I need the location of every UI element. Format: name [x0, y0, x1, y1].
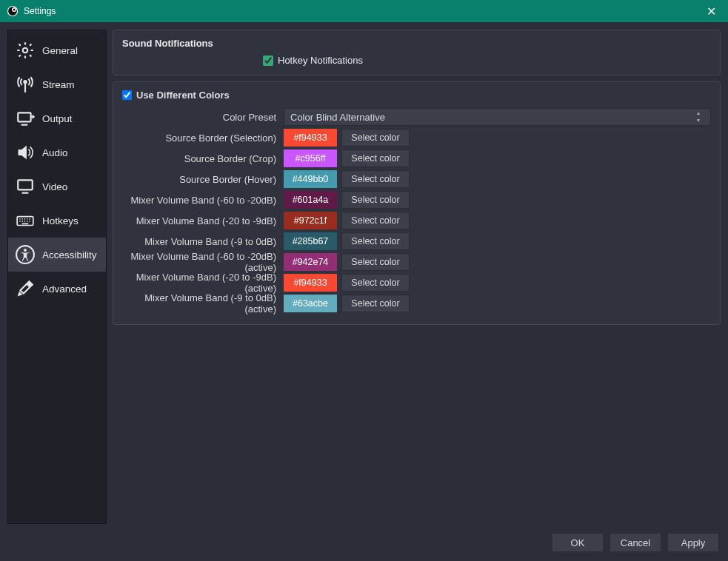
- window-title: Settings: [24, 6, 700, 16]
- color-swatch[interactable]: #942e74: [284, 253, 337, 271]
- sidebar-item-stream[interactable]: Stream: [8, 67, 106, 101]
- sidebar: General Stream Output: [7, 30, 107, 524]
- color-row-label: Mixer Volume Band (-20 to -9dB): [122, 215, 279, 226]
- color-row: Source Border (Selection)#f94933Select c…: [122, 129, 711, 147]
- color-swatch[interactable]: #972c1f: [284, 212, 337, 229]
- color-preset-label: Color Preset: [122, 112, 279, 123]
- svg-point-2: [13, 9, 16, 11]
- app-logo-icon: [6, 4, 19, 18]
- sidebar-item-label: Stream: [42, 79, 75, 90]
- sidebar-item-audio[interactable]: Audio: [8, 135, 106, 169]
- color-row-label: Source Border (Crop): [122, 153, 279, 164]
- color-swatch[interactable]: #f94933: [284, 274, 337, 292]
- color-row: Mixer Volume Band (-20 to -9dB) (active)…: [122, 274, 711, 292]
- select-color-button[interactable]: Select color: [341, 253, 410, 271]
- select-color-button[interactable]: Select color: [341, 274, 410, 292]
- color-row: Mixer Volume Band (-9 to 0dB)#285b67Sele…: [122, 232, 711, 250]
- sidebar-item-advanced[interactable]: Advanced: [8, 272, 106, 306]
- select-color-button[interactable]: Select color: [341, 232, 410, 250]
- color-swatch[interactable]: #f94933: [284, 129, 337, 147]
- sidebar-item-accessibility[interactable]: Accessibility: [8, 238, 106, 272]
- sidebar-item-label: Hotkeys: [42, 215, 79, 226]
- sidebar-item-label: General: [42, 45, 78, 56]
- hotkey-notifications-label: Hotkey Notifications: [278, 55, 363, 66]
- tools-icon: [16, 279, 35, 298]
- sidebar-item-label: Video: [42, 181, 67, 192]
- sidebar-item-hotkeys[interactable]: Hotkeys: [8, 204, 106, 238]
- dialog-footer: OK Cancel Apply: [0, 531, 728, 561]
- color-swatch[interactable]: #c956ff: [284, 150, 337, 167]
- color-row: Mixer Volume Band (-20 to -9dB)#972c1fSe…: [122, 212, 711, 229]
- use-different-colors-header: Use Different Colors: [122, 90, 711, 101]
- sidebar-item-output[interactable]: Output: [8, 101, 106, 135]
- sound-notifications-title: Sound Notifications: [122, 38, 711, 49]
- speaker-icon: [16, 143, 35, 162]
- accessibility-icon: [16, 245, 35, 264]
- use-different-colors-checkbox[interactable]: [122, 90, 132, 100]
- color-swatch[interactable]: #601a4a: [284, 191, 337, 209]
- use-different-colors-label: Use Different Colors: [136, 90, 230, 101]
- color-swatch[interactable]: #63acbe: [284, 295, 337, 312]
- color-row-label: Mixer Volume Band (-9 to 0dB): [122, 236, 279, 247]
- hotkey-notifications-row: Hotkey Notifications: [263, 55, 711, 66]
- color-row: Mixer Volume Band (-9 to 0dB) (active)#6…: [122, 295, 711, 312]
- color-row-label: Mixer Volume Band (-60 to -20dB) (active…: [122, 251, 279, 273]
- color-preset-row: Color Preset Color Blind Alternative ▴▾: [122, 108, 711, 126]
- sidebar-item-general[interactable]: General: [8, 33, 106, 67]
- svg-rect-8: [18, 180, 33, 189]
- svg-point-3: [23, 48, 28, 53]
- sound-notifications-group: Sound Notifications Hotkey Notifications: [113, 30, 721, 75]
- color-row: Mixer Volume Band (-60 to -20dB)#601a4aS…: [122, 191, 711, 209]
- ok-button[interactable]: OK: [552, 533, 604, 552]
- colors-group: Use Different Colors Color Preset Color …: [113, 81, 721, 325]
- window-close-button[interactable]: ✕: [700, 0, 722, 22]
- antenna-icon: [16, 75, 35, 94]
- output-monitor-icon: [16, 109, 35, 128]
- cancel-button[interactable]: Cancel: [610, 533, 661, 552]
- color-swatch[interactable]: #449bb0: [284, 170, 337, 188]
- color-row: Source Border (Crop)#c956ffSelect color: [122, 150, 711, 167]
- gear-icon: [16, 41, 35, 60]
- sidebar-item-video[interactable]: Video: [8, 169, 106, 204]
- color-row-label: Mixer Volume Band (-20 to -9dB) (active): [122, 272, 279, 294]
- color-row: Mixer Volume Band (-60 to -20dB) (active…: [122, 253, 711, 271]
- sidebar-item-label: Advanced: [42, 283, 87, 295]
- sidebar-item-label: Output: [42, 113, 73, 124]
- color-row-label: Mixer Volume Band (-60 to -20dB): [122, 195, 279, 206]
- titlebar: Settings ✕: [0, 0, 728, 22]
- hotkey-notifications-checkbox[interactable]: [263, 56, 273, 66]
- svg-rect-6: [18, 112, 30, 121]
- keyboard-icon: [16, 211, 35, 230]
- select-color-button[interactable]: Select color: [341, 150, 410, 167]
- select-color-button[interactable]: Select color: [341, 191, 410, 209]
- monitor-icon: [16, 177, 35, 196]
- color-row: Source Border (Hover)#449bb0Select color: [122, 170, 711, 188]
- svg-point-23: [24, 249, 27, 252]
- sidebar-item-label: Audio: [42, 147, 68, 158]
- sidebar-item-label: Accessibility: [42, 249, 97, 261]
- select-color-button[interactable]: Select color: [341, 129, 410, 147]
- dialog-body: General Stream Output: [0, 22, 728, 531]
- color-row-label: Source Border (Hover): [122, 174, 279, 185]
- select-color-button[interactable]: Select color: [341, 170, 410, 188]
- color-preset-select[interactable]: Color Blind Alternative ▴▾: [284, 108, 711, 126]
- select-color-button[interactable]: Select color: [341, 295, 410, 312]
- color-preset-value: Color Blind Alternative: [290, 112, 385, 123]
- color-row-label: Mixer Volume Band (-9 to 0dB) (active): [122, 292, 279, 315]
- apply-button[interactable]: Apply: [667, 533, 719, 552]
- spinner-icon: ▴▾: [692, 110, 704, 124]
- content-area: Sound Notifications Hotkey Notifications…: [113, 30, 721, 524]
- select-color-button[interactable]: Select color: [341, 212, 410, 229]
- color-swatch[interactable]: #285b67: [284, 232, 337, 250]
- color-row-label: Source Border (Selection): [122, 132, 279, 144]
